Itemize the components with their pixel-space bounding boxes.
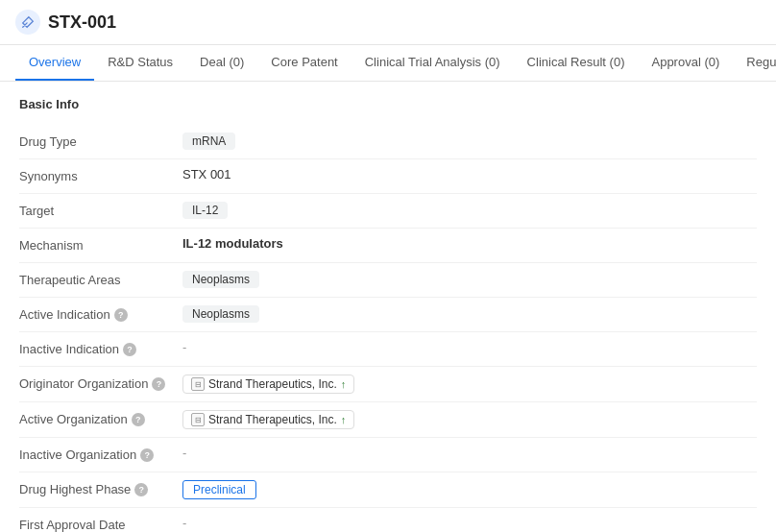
label-active-indication: Active Indication ?	[19, 305, 182, 322]
label-synonyms: Synonyms	[19, 167, 182, 183]
org-icon-active: ⊟	[191, 413, 205, 426]
row-therapeutic-areas: Therapeutic Areas Neoplasms	[19, 263, 757, 298]
value-inactive-indication: -	[182, 340, 757, 354]
tab-core-patent[interactable]: Core Patent	[257, 45, 351, 81]
chip-drug-phase: Preclinical	[182, 480, 256, 499]
value-active-organization: ⊟ Strand Therapeutics, Inc. ↑	[182, 410, 757, 429]
value-target: IL-12	[182, 202, 757, 219]
value-therapeutic-areas: Neoplasms	[182, 271, 757, 288]
tab-rd-status[interactable]: R&D Status	[94, 45, 186, 81]
chip-drug-type: mRNA	[182, 133, 235, 150]
label-originator-organization: Originator Organization ?	[19, 375, 182, 391]
row-mechanism: Mechanism IL-12 modulators	[19, 229, 757, 263]
value-drug-type: mRNA	[182, 133, 757, 150]
label-inactive-organization: Inactive Organization ?	[19, 446, 182, 462]
row-active-organization: Active Organization ? ⊟ Strand Therapeut…	[19, 402, 757, 438]
value-originator-organization: ⊟ Strand Therapeutics, Inc. ↑	[182, 375, 757, 394]
label-active-organization: Active Organization ?	[19, 410, 182, 426]
row-target: Target IL-12	[19, 194, 757, 229]
chip-originator-org[interactable]: ⊟ Strand Therapeutics, Inc. ↑	[182, 375, 354, 394]
tab-bar: Overview R&D Status Deal (0) Core Patent…	[0, 45, 776, 82]
value-first-approval-date: -	[182, 516, 757, 530]
tab-deal[interactable]: Deal (0)	[186, 45, 257, 81]
row-active-indication: Active Indication ? Neoplasms	[19, 298, 757, 332]
main-content: Basic Info Drug Type mRNA Synonyms STX 0…	[0, 82, 776, 532]
value-drug-highest-phase: Preclinical	[182, 480, 757, 499]
label-drug-highest-phase: Drug Highest Phase ?	[19, 480, 182, 496]
row-first-approval-date: First Approval Date -	[19, 508, 757, 532]
label-first-approval-date: First Approval Date	[19, 516, 182, 532]
tab-clinical-trial-analysis[interactable]: Clinical Trial Analysis (0)	[352, 45, 514, 81]
label-inactive-indication: Inactive Indication ?	[19, 340, 182, 356]
label-target: Target	[19, 202, 182, 218]
row-inactive-indication: Inactive Indication ? -	[19, 332, 757, 367]
help-icon-active-org: ?	[132, 413, 145, 426]
tab-regulation[interactable]: Regulation (0)	[733, 45, 776, 81]
row-inactive-organization: Inactive Organization ? -	[19, 438, 757, 472]
org-arrow-active-icon: ↑	[341, 414, 347, 425]
help-icon-drug-phase: ?	[134, 483, 148, 496]
label-mechanism: Mechanism	[19, 236, 182, 253]
help-icon-active-indication: ?	[114, 308, 128, 322]
row-synonyms: Synonyms STX 001	[19, 159, 757, 194]
tab-clinical-result[interactable]: Clinical Result (0)	[514, 45, 639, 81]
row-drug-type: Drug Type mRNA	[19, 125, 757, 159]
row-originator-organization: Originator Organization ? ⊟ Strand Thera…	[19, 367, 757, 402]
page-title: STX-001	[48, 12, 116, 33]
drug-icon	[15, 10, 40, 35]
value-inactive-organization: -	[182, 446, 757, 460]
org-arrow-icon: ↑	[341, 378, 347, 390]
chip-therapeutic-areas: Neoplasms	[182, 271, 259, 288]
tab-overview[interactable]: Overview	[15, 45, 94, 81]
page-header: STX-001	[0, 0, 776, 45]
chip-active-indication: Neoplasms	[182, 305, 259, 323]
org-icon: ⊟	[191, 377, 205, 391]
value-mechanism: IL-12 modulators	[182, 236, 757, 251]
label-therapeutic-areas: Therapeutic Areas	[19, 271, 182, 287]
chip-active-org[interactable]: ⊟ Strand Therapeutics, Inc. ↑	[182, 410, 354, 429]
label-drug-type: Drug Type	[19, 133, 182, 149]
help-icon-inactive-org: ?	[140, 448, 154, 462]
value-synonyms: STX 001	[182, 167, 757, 181]
help-icon-originator-org: ?	[152, 377, 165, 391]
row-drug-highest-phase: Drug Highest Phase ? Preclinical	[19, 472, 757, 508]
tab-approval[interactable]: Approval (0)	[638, 45, 733, 81]
value-active-indication: Neoplasms	[182, 305, 757, 323]
section-title: Basic Info	[19, 97, 757, 111]
chip-target: IL-12	[182, 202, 228, 219]
help-icon-inactive-indication: ?	[123, 343, 136, 356]
